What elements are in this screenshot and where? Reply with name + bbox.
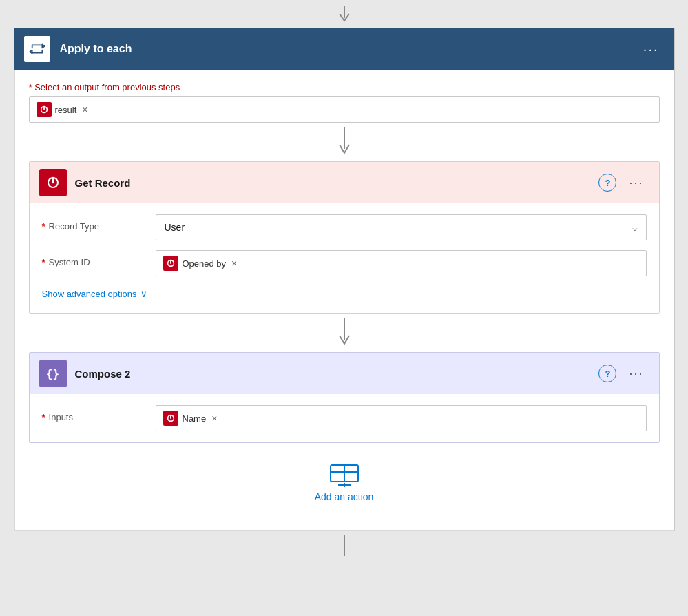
- compose2-icon-box: {}: [39, 360, 67, 387]
- top-arrow-icon: [336, 6, 353, 25]
- compose2-title: Compose 2: [75, 368, 599, 380]
- record-type-selected: User: [165, 222, 185, 233]
- get-record-help-button[interactable]: ?: [598, 174, 616, 192]
- loop-header: Apply to each ···: [14, 28, 674, 70]
- record-type-label: * Record Type: [42, 214, 156, 232]
- record-type-row: * Record Type User ⌵: [42, 214, 647, 240]
- system-id-row: * System ID Ope: [42, 250, 647, 276]
- loop-title: Apply to each: [60, 43, 638, 55]
- add-action-icon-box: [329, 464, 360, 487]
- system-id-value[interactable]: Opened by ×: [156, 250, 647, 276]
- down-arrow-icon: [336, 127, 353, 157]
- add-action-button[interactable]: Add an action: [315, 464, 374, 502]
- dropdown-chevron-icon: ⌵: [632, 223, 638, 233]
- loop-menu-button[interactable]: ···: [638, 39, 665, 60]
- add-action-section: Add an action: [29, 443, 660, 516]
- result-token-remove[interactable]: ×: [82, 104, 87, 115]
- inputs-value[interactable]: Name ×: [156, 405, 647, 431]
- loop-header-icon-box: [24, 36, 50, 62]
- compose2-header: {} Compose 2 ? ···: [30, 353, 659, 394]
- record-type-value[interactable]: User ⌵: [156, 214, 647, 240]
- record-type-dropdown[interactable]: User ⌵: [156, 214, 647, 240]
- arrow-to-compose2: [29, 314, 660, 352]
- get-record-title: Get Record: [75, 177, 599, 189]
- show-advanced-options-button[interactable]: Show advanced options ∨: [42, 286, 647, 302]
- compose2-menu-button[interactable]: ···: [623, 364, 649, 384]
- result-token-text: result: [55, 105, 77, 115]
- output-token-input[interactable]: result ×: [29, 96, 660, 123]
- chevron-down-icon: ∨: [140, 289, 147, 299]
- loop-icon: [28, 40, 46, 58]
- arrow-to-get-record: [29, 123, 660, 161]
- system-id-label: * System ID: [42, 250, 156, 267]
- compose-braces-icon: {}: [46, 367, 59, 380]
- get-record-body: * Record Type User ⌵ *: [30, 203, 659, 313]
- compose2-help-button[interactable]: ?: [598, 365, 616, 382]
- inputs-row: * Inputs Name: [42, 405, 647, 431]
- system-id-token-input[interactable]: Opened by ×: [156, 250, 647, 276]
- select-output-label: * Select an output from previous steps: [29, 82, 660, 92]
- system-id-token-icon: [163, 256, 178, 271]
- add-action-svg-icon: [329, 464, 360, 487]
- power-icon-3: [166, 413, 176, 423]
- add-action-label: Add an action: [315, 491, 374, 502]
- get-record-menu-button[interactable]: ···: [623, 173, 649, 193]
- compose2-card: {} Compose 2 ? ··· * Inputs: [29, 352, 660, 443]
- result-token: result: [37, 102, 77, 117]
- loop-content: * Select an output from previous steps r…: [14, 70, 674, 531]
- down-arrow-icon-2: [336, 318, 353, 348]
- power-icon-2: [166, 258, 176, 268]
- get-record-card: Get Record ? ··· * Record Type User: [29, 161, 660, 314]
- result-token-icon: [37, 102, 52, 117]
- apply-to-each-container: Apply to each ··· * Select an output fro…: [14, 28, 675, 531]
- bottom-connector-line: [344, 531, 345, 560]
- inputs-token-remove[interactable]: ×: [211, 413, 217, 424]
- get-record-power-icon: [45, 175, 61, 190]
- inputs-token-input[interactable]: Name ×: [156, 405, 647, 431]
- inputs-token-icon: [163, 411, 178, 426]
- compose2-body: * Inputs Name: [30, 394, 659, 442]
- inputs-label: * Inputs: [42, 405, 156, 422]
- system-id-token-remove[interactable]: ×: [231, 258, 237, 269]
- power-icon: [39, 105, 49, 114]
- svg-rect-2: [28, 41, 45, 57]
- show-advanced-label: Show advanced options: [42, 289, 137, 299]
- inputs-token-text: Name: [183, 413, 207, 424]
- system-id-token-text: Opened by: [183, 258, 227, 269]
- page-wrapper: Apply to each ··· * Select an output fro…: [0, 0, 688, 616]
- top-arrow-connector: [336, 0, 353, 28]
- bottom-line-bar: [344, 535, 345, 556]
- get-record-header: Get Record ? ···: [30, 162, 659, 203]
- get-record-icon-box: [39, 169, 67, 196]
